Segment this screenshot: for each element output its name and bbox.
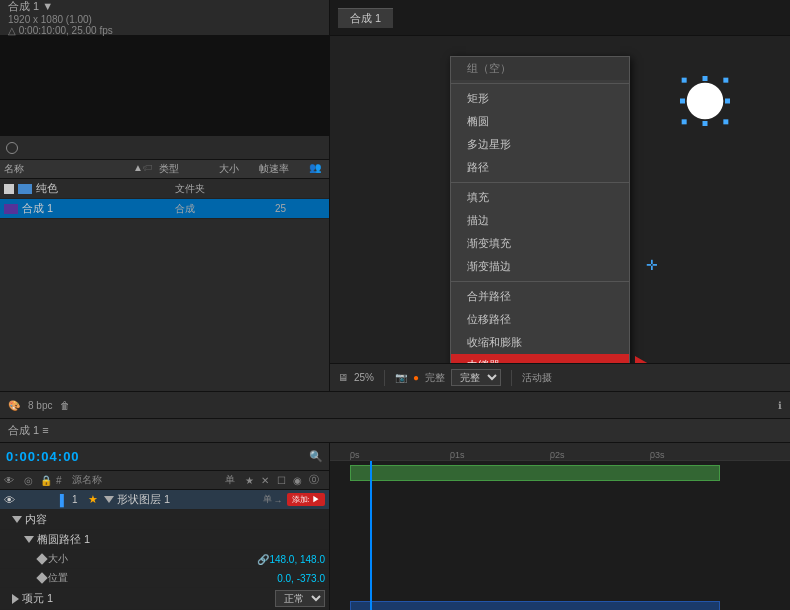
divider-1 [451,182,629,183]
track-area [330,461,790,610]
lock-col: 🔒 [40,475,56,486]
row-type-comp: 合成 [175,202,235,216]
layer-row-shape[interactable]: 👁 ▐ 1 ★ 形状图层 1 单 → 添加: ▶ [0,490,329,510]
switch-col: 单 [225,473,245,487]
ruler-2s: 02s [550,450,565,460]
quality-dropdown[interactable]: 完整 [451,369,501,386]
preview-zoom-label: 25% [354,372,374,383]
preview-panel: ✛ 组（空） 矩形 椭圆 多边星形 路径 填充 描边 渐变填充 渐变描边 合并路… [330,36,790,391]
add-button-label: → [274,494,285,506]
col-header-type: 类型 [159,162,219,176]
crosshair-icon: ✛ [644,257,660,273]
activate-label: 活动摄 [522,371,552,385]
ellipse-label: 椭圆路径 1 [37,532,90,547]
svg-rect-5 [703,76,708,81]
quality-label: 完整 [425,371,445,385]
comp-name-label: 合成 1 ▼ [8,0,321,14]
switch4-col: ☐ [277,475,293,486]
layer-solo-switch[interactable]: 单 [263,493,272,506]
file-icon [18,184,32,194]
timeline-tab-label[interactable]: 合成 1 ≡ [8,423,49,438]
menu-item-relay[interactable]: 中继器 [451,354,629,363]
layer-row-content[interactable]: 内容 [0,510,329,530]
timeline-header: 合成 1 ≡ [0,419,790,443]
menu-item-stroke[interactable]: 描边 [451,209,629,232]
track-bar-shape[interactable] [350,465,720,481]
switch3-col: ✕ [261,475,277,486]
table-row[interactable]: 纯色 文件夹 [0,179,329,199]
preview-panel-header: 合成 1 [330,0,790,35]
layer-num: 1 [72,494,88,505]
svg-rect-6 [703,121,708,126]
search-bar [0,136,329,160]
content-expand[interactable] [12,516,22,523]
time-display[interactable]: 0:00:04:00 [6,449,80,464]
camera-icon: 📷 [395,372,407,383]
menu-item-polygon[interactable]: 多边星形 [451,133,629,156]
switch2-col: ★ [245,475,261,486]
table-row-comp[interactable]: 合成 1 合成 25 [0,199,329,219]
transform-label: 项元 1 [22,591,53,606]
ruler-line-2 [550,454,551,460]
col-icon-extra: 👥 [309,162,325,176]
menu-item-merge[interactable]: 合并路径 [451,285,629,308]
arrow-indicator [635,356,649,363]
solo-col: ◎ [24,475,40,486]
blend-mode-dropdown[interactable]: 正常 [275,590,325,607]
svg-rect-4 [723,119,728,124]
comp-icon [4,204,18,214]
preview-canvas: ✛ 组（空） 矩形 椭圆 多边星形 路径 填充 描边 渐变填充 渐变描边 合并路… [330,36,790,363]
layer-row-ellipse[interactable]: 椭圆路径 1 [0,530,329,550]
color-circle: ● [413,372,419,383]
position-value[interactable]: 0.0, -373.0 [277,573,325,584]
project-panel-header: 合成 1 ▼ 1920 x 1080 (1.00) △ 0:00:10:00, … [0,0,330,35]
tag-icon: 🏷 [143,162,159,176]
timeline-body: 0:00:04:00 🔍 👁 ◎ 🔒 # 源名称 单 ★ ✕ ☐ ◉ ⓪ [0,443,790,610]
layer-star[interactable]: ★ [88,493,104,506]
comp-resolution: 1920 x 1080 (1.00) △ 0:00:10:00, 25.00 f… [8,14,321,36]
ruler-line-1 [450,454,451,460]
info-icon: ℹ [778,400,782,411]
menu-item-path[interactable]: 路径 [451,156,629,179]
keyframe-icon-pos [36,572,47,583]
label-col: # [56,475,72,486]
delete-icon[interactable]: 🗑 [60,400,70,411]
add-overlay-btn[interactable]: 添加: ▶ [287,493,325,506]
transform-expand[interactable] [12,594,19,604]
size-label: 大小 [48,552,68,566]
main-content: 名称 ▲ 🏷 类型 大小 帧速率 👥 纯色 文件夹 合成 1 合成 [0,36,790,391]
row-fps-comp: 25 [275,203,325,214]
track-bar-comp[interactable] [350,601,720,610]
layer-expand[interactable] [104,496,114,503]
divider-2 [451,281,629,282]
menu-item-ellipse[interactable]: 椭圆 [451,110,629,133]
project-panel: 名称 ▲ 🏷 类型 大小 帧速率 👥 纯色 文件夹 合成 1 合成 [0,36,330,391]
menu-item-shrink[interactable]: 收缩和膨胀 [451,331,629,354]
menu-item-grad-stroke[interactable]: 渐变描边 [451,255,629,278]
eye-col: 👁 [4,475,24,486]
svg-rect-8 [725,99,730,104]
project-preview [0,36,329,136]
ruler-3s: 03s [650,450,665,460]
row-type-folder: 文件夹 [175,182,235,196]
menu-item-fill[interactable]: 填充 [451,186,629,209]
color-mgmt-icon: 🎨 [8,400,20,411]
layer-row-position[interactable]: 位置 0.0, -373.0 [0,569,329,588]
size-value[interactable]: 148.0, 148.0 [269,554,325,565]
layer-eye[interactable]: 👁 [4,494,24,506]
row-name-comp: 合成 1 [4,201,175,216]
menu-item-rect[interactable]: 矩形 [451,87,629,110]
layer-row-size[interactable]: 大小 🔗 148.0, 148.0 [0,550,329,569]
ruler-1s: 01s [450,450,465,460]
timeline-area: 合成 1 ≡ 0:00:04:00 🔍 👁 ◎ 🔒 # 源名称 单 ★ ✕ [0,419,790,610]
playhead[interactable] [370,461,372,610]
search-icon[interactable]: 🔍 [309,450,323,463]
menu-item-offset[interactable]: 位移路径 [451,308,629,331]
top-bar: 合成 1 ▼ 1920 x 1080 (1.00) △ 0:00:10:00, … [0,0,790,36]
ellipse-expand[interactable] [24,536,34,543]
menu-item-grad-fill[interactable]: 渐变填充 [451,232,629,255]
layer-row-transform[interactable]: 项元 1 正常 [0,588,329,610]
link-icon: 🔗 [257,554,269,565]
layer-label: ▐ [56,494,72,506]
preview-tab[interactable]: 合成 1 [338,8,393,28]
